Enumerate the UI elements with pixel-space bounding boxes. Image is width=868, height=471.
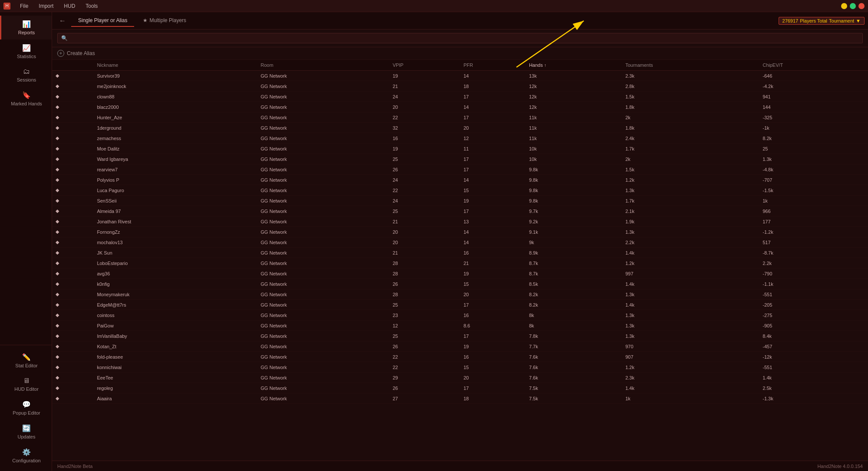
table-row[interactable]: ◆ Almeida 97 GG Network 25 17 9.7k 2.1k …: [52, 206, 868, 216]
sidebar-item-popup-editor[interactable]: 💬 Popup Editor: [0, 396, 52, 420]
col-nickname[interactable]: Nickname: [93, 60, 257, 71]
table-row[interactable]: ◆ Kotan_Zt GG Network 26 19 7.7k 970 -45…: [52, 341, 868, 352]
table-row[interactable]: ◆ JK Sun GG Network 21 16 8.9k 1.4k -8.7…: [52, 248, 868, 258]
row-room: GG Network: [257, 164, 389, 175]
table-row[interactable]: ◆ clown88 GG Network 24 17 12k 1.5k 941: [52, 92, 868, 102]
table-row[interactable]: ◆ avg36 GG Network 28 19 8.7k 997 -790: [52, 268, 868, 279]
row-tournaments: 1k: [622, 393, 759, 404]
row-nickname: avg36: [93, 268, 257, 279]
row-pfr: 14: [460, 71, 526, 81]
players-count-badge[interactable]: 276917 Players Total Tournament ▼: [779, 17, 865, 25]
row-nickname: EdgeM@tt7rs: [93, 300, 257, 310]
menu-hud[interactable]: HUD: [59, 2, 79, 10]
table-container[interactable]: Nickname Room VPIP PFR Hands ↑ Tournamen…: [52, 60, 868, 461]
table-row[interactable]: ◆ k0nfig GG Network 26 15 8.5k 1.4k -1.1…: [52, 279, 868, 289]
row-tournaments: 1.8k: [622, 123, 759, 133]
create-alias-row[interactable]: + Create Alias: [52, 47, 868, 60]
table-row[interactable]: ◆ blacz2000 GG Network 20 14 12k 1.8k 14…: [52, 102, 868, 112]
table-row[interactable]: ◆ Jonathan Rivest GG Network 21 13 9.2k …: [52, 216, 868, 227]
col-tournaments[interactable]: Tournaments: [622, 60, 759, 71]
row-dot: ◆: [52, 154, 93, 164]
sidebar-item-reports[interactable]: 📊 Reports: [0, 16, 52, 39]
table-row[interactable]: ◆ Polyvios P GG Network 24 14 9.8k 1.2k …: [52, 175, 868, 185]
row-dot: ◆: [52, 289, 93, 300]
sidebar-item-hud-editor[interactable]: 🖥 HUD Editor: [0, 373, 52, 396]
row-room: GG Network: [257, 268, 389, 279]
table-row[interactable]: ◆ zemachess GG Network 16 12 11k 2.4k 8.…: [52, 133, 868, 144]
table-row[interactable]: ◆ konnichiwai GG Network 22 15 7.6k 1.2k…: [52, 362, 868, 373]
row-chipevt: -4.2k: [759, 81, 868, 92]
row-room: GG Network: [257, 383, 389, 393]
col-room[interactable]: Room: [257, 60, 389, 71]
sidebar-item-marked-hands[interactable]: 🔖 Marked Hands: [0, 87, 52, 111]
table-row[interactable]: ◆ LoboEstepario GG Network 28 21 8.7k 1.…: [52, 258, 868, 268]
sidebar-label-marked-hands: Marked Hands: [11, 101, 42, 106]
col-vpip[interactable]: VPIP: [389, 60, 460, 71]
row-nickname: ImVanillaBaby: [93, 331, 257, 341]
row-dot: ◆: [52, 310, 93, 321]
row-chipevt: -551: [759, 289, 868, 300]
table-row[interactable]: ◆ Aiaaira GG Network 27 18 7.5k 1k -1.3k: [52, 393, 868, 404]
table-row[interactable]: ◆ Survivor39 GG Network 19 14 13k 2.3k -…: [52, 71, 868, 81]
menu-import[interactable]: Import: [34, 2, 58, 10]
row-room: GG Network: [257, 237, 389, 248]
sidebar-item-sessions[interactable]: 🗂 Sessions: [0, 63, 52, 87]
table-row[interactable]: ◆ regoleg GG Network 26 17 7.5k 1.4k 2.5…: [52, 383, 868, 393]
table-row[interactable]: ◆ me2joinknock GG Network 21 18 12k 2.8k…: [52, 81, 868, 92]
sidebar-item-stat-editor[interactable]: ✏️ Stat Editor: [0, 349, 52, 373]
menu-tools[interactable]: Tools: [81, 2, 102, 10]
row-nickname: JK Sun: [93, 248, 257, 258]
table-row[interactable]: ◆ cointoss GG Network 23 16 8k 1.3k -275: [52, 310, 868, 321]
back-button[interactable]: ←: [56, 15, 69, 26]
tab-single-player[interactable]: Single Player or Alias: [71, 15, 134, 27]
table-row[interactable]: ◆ Hunter_Aze GG Network 22 17 11k 2k -32…: [52, 112, 868, 123]
row-nickname: me2joinknock: [93, 81, 257, 92]
table-row[interactable]: ◆ ImVanillaBaby GG Network 25 17 7.8k 1.…: [52, 331, 868, 341]
row-dot: ◆: [52, 164, 93, 175]
table-row[interactable]: ◆ rearview7 GG Network 26 17 9.8k 1.5k -…: [52, 164, 868, 175]
row-hands: 12k: [526, 92, 622, 102]
row-chipevt: 966: [759, 206, 868, 216]
row-vpip: 16: [389, 133, 460, 144]
row-chipevt: 517: [759, 237, 868, 248]
row-tournaments: 907: [622, 352, 759, 362]
row-tournaments: 1.3k: [622, 289, 759, 300]
table-row[interactable]: ◆ Luca Paguro GG Network 22 15 9.8k 1.3k…: [52, 185, 868, 196]
row-tournaments: 2.3k: [622, 71, 759, 81]
search-input[interactable]: [70, 35, 859, 41]
table-row[interactable]: ◆ Ward Igbareya GG Network 25 17 10k 2k …: [52, 154, 868, 164]
row-pfr: 16: [460, 352, 526, 362]
sidebar-item-updates[interactable]: 🔄 Updates: [0, 420, 52, 444]
tab-multiple-players[interactable]: ★ Multiple Players: [136, 15, 193, 27]
table-row[interactable]: ◆ SenSSeii GG Network 24 19 9.8k 1.7k 1k: [52, 196, 868, 206]
row-vpip: 24: [389, 196, 460, 206]
stat-editor-icon: ✏️: [22, 353, 31, 361]
sidebar-item-configuration[interactable]: ⚙️ Configuration: [0, 444, 52, 468]
row-room: GG Network: [257, 341, 389, 352]
col-chipevt[interactable]: ChipEV/T: [759, 60, 868, 71]
table-row[interactable]: ◆ mochalov13 GG Network 20 14 9k 2.2k 51…: [52, 237, 868, 248]
minimize-button[interactable]: —: [841, 3, 847, 9]
search-input-wrapper: 🔍: [57, 33, 863, 43]
table-row[interactable]: ◆ Moe Dalitz GG Network 19 11 10k 1.7k 2…: [52, 144, 868, 154]
table-row[interactable]: ◆ fold-pleasee GG Network 22 16 7.6k 907…: [52, 352, 868, 362]
sidebar-item-statistics[interactable]: 📈 Statistics: [0, 39, 52, 63]
col-hands[interactable]: Hands ↑: [526, 60, 622, 71]
row-hands: 7.7k: [526, 341, 622, 352]
row-nickname: Kotan_Zt: [93, 341, 257, 352]
table-row[interactable]: ◆ Moneymakeruk GG Network 28 20 8.2k 1.3…: [52, 289, 868, 300]
sidebar-label-updates: Updates: [18, 434, 36, 439]
close-button[interactable]: ✕: [858, 3, 865, 9]
row-dot: ◆: [52, 227, 93, 237]
table-row[interactable]: ◆ EeeTee GG Network 29 20 7.6k 2.3k 1.4k: [52, 373, 868, 383]
maximize-button[interactable]: □: [850, 3, 856, 9]
row-room: GG Network: [257, 81, 389, 92]
status-right: Hand2Note 4.0.0.154: [817, 464, 863, 469]
row-chipevt: 941: [759, 92, 868, 102]
table-row[interactable]: ◆ FornongZz GG Network 20 14 9.1k 1.3k -…: [52, 227, 868, 237]
menu-file[interactable]: File: [16, 2, 33, 10]
table-row[interactable]: ◆ EdgeM@tt7rs GG Network 25 17 8.2k 1.4k…: [52, 300, 868, 310]
table-row[interactable]: ◆ 1derground GG Network 32 20 11k 1.8k -…: [52, 123, 868, 133]
col-pfr[interactable]: PFR: [460, 60, 526, 71]
table-row[interactable]: ◆ PaiGow GG Network 12 8.6 8k 1.3k -905: [52, 321, 868, 331]
